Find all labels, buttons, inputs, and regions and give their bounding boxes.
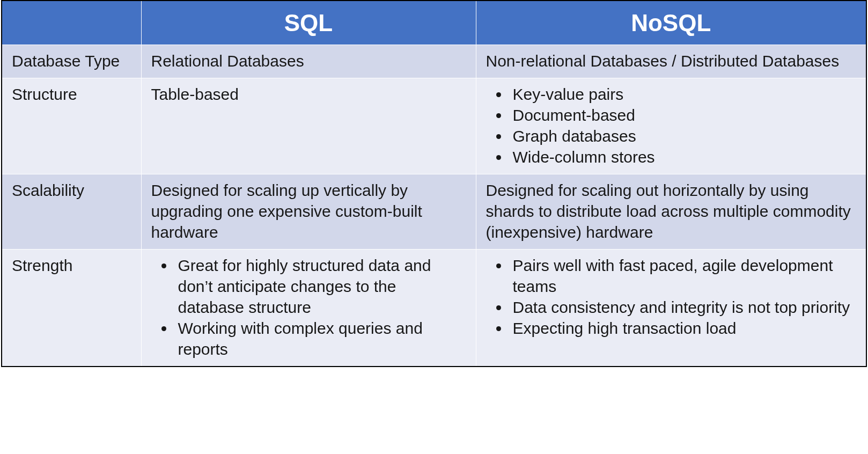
- row-label-database-type: Database Type: [2, 45, 141, 78]
- cell-nosql-scalability: Designed for scaling out horizontally by…: [476, 174, 866, 250]
- list-item: Data consistency and integrity is not to…: [510, 297, 857, 318]
- table-row: Structure Table-based Key-value pairs Do…: [2, 78, 866, 174]
- row-label-strength: Strength: [2, 250, 141, 367]
- list-item: Wide-column stores: [510, 147, 857, 167]
- row-label-scalability: Scalability: [2, 174, 141, 250]
- cell-nosql-strength: Pairs well with fast paced, agile develo…: [476, 250, 866, 367]
- list-item: Key-value pairs: [510, 84, 857, 105]
- cell-nosql-structure: Key-value pairs Document-based Graph dat…: [476, 78, 866, 174]
- nosql-strength-list: Pairs well with fast paced, agile develo…: [486, 255, 857, 339]
- cell-nosql-database-type: Non-relational Databases / Distributed D…: [476, 45, 866, 78]
- cell-sql-structure: Table-based: [141, 78, 476, 174]
- header-nosql: NoSQL: [476, 1, 866, 45]
- cell-sql-strength: Great for highly structured data and don…: [141, 250, 476, 367]
- list-item: Great for highly structured data and don…: [175, 255, 466, 318]
- list-item: Pairs well with fast paced, agile develo…: [510, 255, 857, 297]
- row-label-structure: Structure: [2, 78, 141, 174]
- table-row: Scalability Designed for scaling up vert…: [2, 174, 866, 250]
- header-sql: SQL: [141, 1, 476, 45]
- list-item: Graph databases: [510, 126, 857, 147]
- comparison-table: SQL NoSQL Database Type Relational Datab…: [1, 0, 867, 367]
- list-item: Document-based: [510, 105, 857, 126]
- cell-sql-database-type: Relational Databases: [141, 45, 476, 78]
- list-item: Working with complex queries and reports: [175, 318, 466, 360]
- sql-strength-list: Great for highly structured data and don…: [151, 255, 466, 360]
- list-item: Expecting high transaction load: [510, 318, 857, 339]
- header-corner-cell: [2, 1, 141, 45]
- comparison-table-container: SQL NoSQL Database Type Relational Datab…: [0, 0, 868, 371]
- table-header-row: SQL NoSQL: [2, 1, 866, 45]
- table-row: Strength Great for highly structured dat…: [2, 250, 866, 367]
- nosql-structure-list: Key-value pairs Document-based Graph dat…: [486, 84, 857, 167]
- cell-sql-scalability: Designed for scaling up vertically by up…: [141, 174, 476, 250]
- table-row: Database Type Relational Databases Non-r…: [2, 45, 866, 78]
